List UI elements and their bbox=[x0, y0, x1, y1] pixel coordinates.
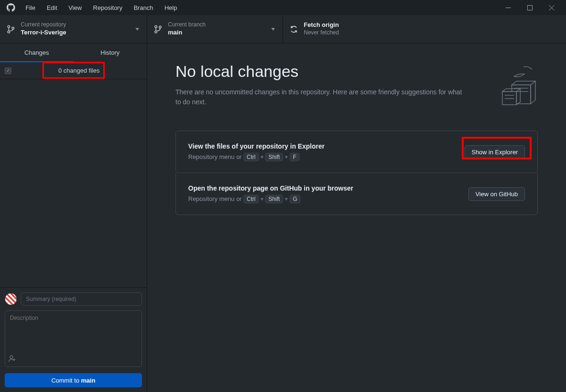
branch-selector[interactable]: Current branch main bbox=[147, 15, 283, 43]
sidebar: Changes History ✓ 0 changed files Commit… bbox=[0, 43, 147, 392]
repository-selector[interactable]: Current repository Terror-i-Sverige bbox=[0, 15, 147, 43]
card-subtitle: Repository menu or Ctrl+Shift+F bbox=[188, 153, 465, 161]
illustration-icon bbox=[491, 62, 538, 109]
files-list bbox=[0, 79, 147, 287]
chevron-down-icon bbox=[271, 28, 275, 30]
menu-view[interactable]: View bbox=[63, 1, 87, 14]
svg-point-5 bbox=[155, 25, 157, 28]
tab-changes[interactable]: Changes bbox=[0, 43, 74, 62]
svg-point-7 bbox=[159, 26, 161, 28]
menu-file[interactable]: File bbox=[20, 1, 41, 14]
svg-point-4 bbox=[12, 27, 14, 29]
select-all-checkbox[interactable]: ✓ bbox=[5, 67, 11, 74]
commit-button[interactable]: Commit to main bbox=[5, 373, 142, 387]
chevron-down-icon bbox=[135, 28, 139, 30]
menu-edit[interactable]: Edit bbox=[41, 1, 63, 14]
suggestion-card-explorer: View the files of your repository in Exp… bbox=[175, 131, 538, 173]
toolbar: Current repository Terror-i-Sverige Curr… bbox=[0, 15, 566, 43]
fetch-status: Never fetched bbox=[304, 29, 339, 37]
main-content: No local changes There are no uncommitte… bbox=[147, 43, 566, 392]
svg-point-3 bbox=[8, 31, 10, 33]
svg-point-6 bbox=[155, 31, 157, 33]
sync-icon bbox=[290, 25, 298, 33]
summary-input[interactable] bbox=[21, 292, 142, 306]
description-input[interactable] bbox=[5, 310, 142, 367]
svg-point-2 bbox=[8, 25, 10, 28]
repo-icon bbox=[7, 25, 15, 33]
menu-repository[interactable]: Repository bbox=[87, 1, 128, 14]
titlebar: File Edit View Repository Branch Help bbox=[0, 0, 566, 15]
highlight-box bbox=[462, 137, 532, 159]
svg-point-8 bbox=[10, 356, 13, 359]
branch-name: main bbox=[168, 29, 206, 37]
branch-label: Current branch bbox=[168, 21, 206, 29]
changes-header: ✓ 0 changed files bbox=[0, 62, 147, 79]
repo-label: Current repository bbox=[21, 21, 67, 29]
maximize-button[interactable] bbox=[519, 0, 541, 15]
github-logo-icon bbox=[7, 3, 15, 12]
page-title: No local changes bbox=[175, 62, 476, 81]
menu-help[interactable]: Help bbox=[159, 1, 183, 14]
card-title: View the files of your repository in Exp… bbox=[188, 142, 465, 150]
minimize-button[interactable] bbox=[497, 0, 519, 15]
page-subtitle: There are no uncommitted changes in this… bbox=[175, 87, 468, 107]
suggestion-card-github: Open the repository page on GitHub in yo… bbox=[175, 173, 538, 215]
fetch-label: Fetch origin bbox=[304, 21, 339, 29]
repo-name: Terror-i-Sverige bbox=[21, 29, 67, 37]
commit-panel: Commit to main bbox=[0, 287, 147, 392]
avatar bbox=[5, 293, 17, 305]
highlight-box bbox=[42, 62, 105, 79]
add-coauthor-icon[interactable] bbox=[8, 355, 16, 364]
branch-icon bbox=[154, 25, 162, 33]
fetch-button[interactable]: Fetch origin Never fetched bbox=[283, 15, 419, 43]
svg-rect-0 bbox=[506, 8, 511, 8]
svg-rect-1 bbox=[527, 5, 532, 10]
tab-history[interactable]: History bbox=[74, 43, 147, 62]
view-on-github-button[interactable]: View on GitHub bbox=[468, 187, 525, 201]
menu-branch[interactable]: Branch bbox=[128, 1, 158, 14]
card-subtitle: Repository menu or Ctrl+Shift+G bbox=[188, 195, 468, 203]
svg-rect-10 bbox=[502, 92, 516, 105]
card-title: Open the repository page on GitHub in yo… bbox=[188, 184, 468, 192]
close-button[interactable] bbox=[541, 0, 562, 15]
